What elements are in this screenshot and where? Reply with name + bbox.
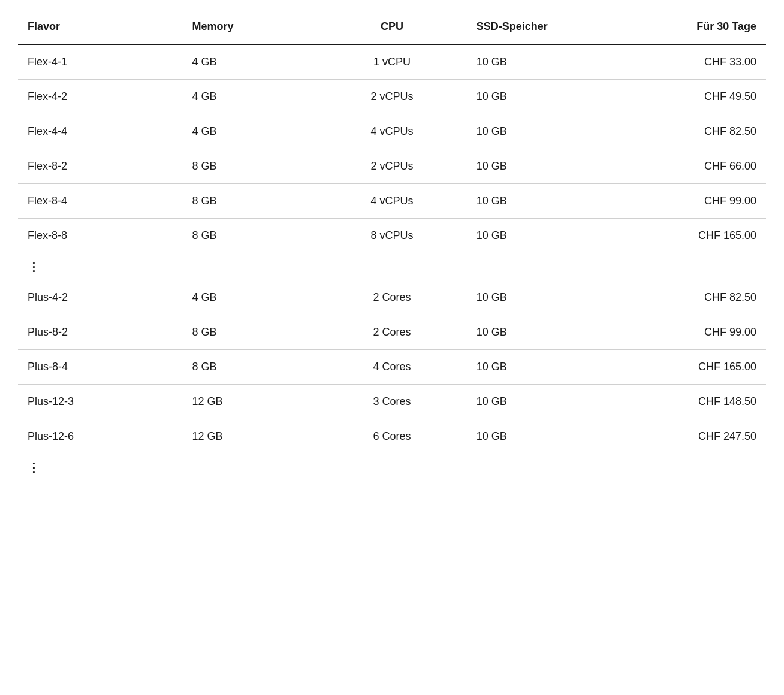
cell-cpu: 2 Cores <box>317 315 467 350</box>
table-header-row: FlavorMemoryCPUSSD-SpeicherFür 30 Tage <box>18 12 766 44</box>
cell-ssd: 10 GB <box>467 350 617 385</box>
cell-memory: 4 GB <box>183 80 318 114</box>
column-header-flavor: Flavor <box>18 12 183 44</box>
table-row: Flex-8-28 GB2 vCPUs10 GBCHF 66.00 <box>18 149 766 184</box>
cell-flavor: Plus-12-3 <box>18 385 183 419</box>
cell-ssd: 10 GB <box>467 315 617 350</box>
table-row: Flex-4-14 GB1 vCPU10 GBCHF 33.00 <box>18 44 766 80</box>
cell-flavor: Flex-4-1 <box>18 44 183 80</box>
cell-flavor: Plus-12-6 <box>18 419 183 454</box>
cell-cpu: 3 Cores <box>317 385 467 419</box>
ellipsis-cell-last: ⋮ <box>18 454 766 481</box>
cell-cpu: 4 vCPUs <box>317 184 467 219</box>
cell-flavor: Flex-8-4 <box>18 184 183 219</box>
cell-price: CHF 165.00 <box>616 350 766 385</box>
cell-memory: 4 GB <box>183 114 318 149</box>
table-body: Flex-4-14 GB1 vCPU10 GBCHF 33.00Flex-4-2… <box>18 44 766 481</box>
table-row: Plus-12-312 GB3 Cores10 GBCHF 148.50 <box>18 385 766 419</box>
cell-price: CHF 99.00 <box>616 184 766 219</box>
flavor-table: FlavorMemoryCPUSSD-SpeicherFür 30 Tage F… <box>18 12 766 481</box>
cell-flavor: Flex-4-4 <box>18 114 183 149</box>
column-header-ssd: SSD-Speicher <box>467 12 617 44</box>
cell-ssd: 10 GB <box>467 219 617 253</box>
table-row: Plus-4-24 GB2 Cores10 GBCHF 82.50 <box>18 280 766 315</box>
cell-memory: 4 GB <box>183 280 318 315</box>
column-header-cpu: CPU <box>317 12 467 44</box>
cell-flavor: Flex-4-2 <box>18 80 183 114</box>
cell-ssd: 10 GB <box>467 385 617 419</box>
cell-price: CHF 66.00 <box>616 149 766 184</box>
cell-ssd: 10 GB <box>467 419 617 454</box>
cell-ssd: 10 GB <box>467 80 617 114</box>
column-header-price: Für 30 Tage <box>616 12 766 44</box>
table-row: Flex-4-24 GB2 vCPUs10 GBCHF 49.50 <box>18 80 766 114</box>
cell-flavor: Plus-8-2 <box>18 315 183 350</box>
cell-memory: 8 GB <box>183 350 318 385</box>
table-row: Flex-8-88 GB8 vCPUs10 GBCHF 165.00 <box>18 219 766 253</box>
cell-flavor: Flex-8-2 <box>18 149 183 184</box>
table-row: Plus-8-48 GB4 Cores10 GBCHF 165.00 <box>18 350 766 385</box>
cell-memory: 4 GB <box>183 44 318 80</box>
table-row: Plus-12-612 GB6 Cores10 GBCHF 247.50 <box>18 419 766 454</box>
cell-ssd: 10 GB <box>467 280 617 315</box>
ellipsis-cell: ⋮ <box>18 253 766 280</box>
cell-price: CHF 33.00 <box>616 44 766 80</box>
cell-price: CHF 165.00 <box>616 219 766 253</box>
cell-memory: 8 GB <box>183 149 318 184</box>
cell-flavor: Flex-8-8 <box>18 219 183 253</box>
cell-memory: 8 GB <box>183 315 318 350</box>
column-header-memory: Memory <box>183 12 318 44</box>
cell-price: CHF 82.50 <box>616 114 766 149</box>
cell-memory: 8 GB <box>183 219 318 253</box>
cell-memory: 12 GB <box>183 385 318 419</box>
cell-memory: 12 GB <box>183 419 318 454</box>
cell-price: CHF 99.00 <box>616 315 766 350</box>
cell-flavor: Plus-8-4 <box>18 350 183 385</box>
cell-cpu: 4 Cores <box>317 350 467 385</box>
ellipsis-row: ⋮ <box>18 253 766 280</box>
cell-price: CHF 82.50 <box>616 280 766 315</box>
cell-cpu: 1 vCPU <box>317 44 467 80</box>
cell-flavor: Plus-4-2 <box>18 280 183 315</box>
ellipsis-row-last: ⋮ <box>18 454 766 481</box>
cell-ssd: 10 GB <box>467 44 617 80</box>
cell-cpu: 6 Cores <box>317 419 467 454</box>
cell-price: CHF 148.50 <box>616 385 766 419</box>
cell-ssd: 10 GB <box>467 114 617 149</box>
cell-cpu: 8 vCPUs <box>317 219 467 253</box>
table-row: Plus-8-28 GB2 Cores10 GBCHF 99.00 <box>18 315 766 350</box>
table-row: Flex-8-48 GB4 vCPUs10 GBCHF 99.00 <box>18 184 766 219</box>
cell-cpu: 2 Cores <box>317 280 467 315</box>
cell-cpu: 2 vCPUs <box>317 149 467 184</box>
cell-price: CHF 247.50 <box>616 419 766 454</box>
cell-cpu: 4 vCPUs <box>317 114 467 149</box>
cell-price: CHF 49.50 <box>616 80 766 114</box>
cell-ssd: 10 GB <box>467 149 617 184</box>
cell-ssd: 10 GB <box>467 184 617 219</box>
table-row: Flex-4-44 GB4 vCPUs10 GBCHF 82.50 <box>18 114 766 149</box>
cell-memory: 8 GB <box>183 184 318 219</box>
cell-cpu: 2 vCPUs <box>317 80 467 114</box>
